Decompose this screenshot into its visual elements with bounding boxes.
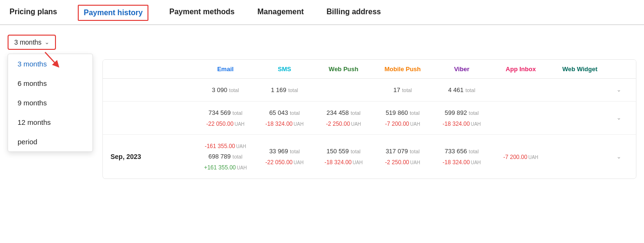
cell-viber-3: 733 656 total -18 324.00UAH (432, 146, 491, 167)
dropdown-option-12months[interactable]: 12 months (8, 112, 92, 132)
dropdown-option-9months[interactable]: 9 months (8, 93, 92, 112)
col-header-viber: Viber (432, 65, 491, 73)
table-row: 3 090 total 1 169 total 17 total 4 461 t… (103, 79, 636, 102)
dropdown-option-period[interactable]: period (8, 132, 92, 151)
cell-webpush-2: 234 458 total -2 250.00UAH (314, 107, 373, 129)
dropdown-selected-label: 3 months (14, 38, 42, 46)
cell-email-2: 734 569 total -22 050.00UAH (196, 107, 255, 129)
tab-billing-address[interactable]: Billing address (325, 0, 383, 25)
col-header-email: Email (196, 65, 255, 73)
expand-row-2-button[interactable]: ⌄ (609, 114, 628, 121)
col-header-appinbox: App Inbox (491, 65, 551, 73)
cell-email-3: -161 355.00UAH 698 789 total +161 355.00… (196, 140, 255, 173)
tab-payment-methods[interactable]: Payment methods (167, 0, 237, 25)
col-header-expand (609, 65, 628, 73)
svg-line-1 (45, 52, 57, 65)
cell-sms-3: 33 969 total -22 050.00UAH (255, 146, 314, 167)
col-header-sms: SMS (255, 65, 314, 73)
col-header-mobilepush: Mobile Push (373, 65, 432, 73)
cell-viber-1: 4 461 total (432, 84, 491, 95)
table-row: Sep, 2023 -161 355.00UAH 698 789 total +… (103, 135, 636, 178)
dropdown-option-6months[interactable]: 6 months (8, 74, 92, 93)
cell-mobilepush-2: 519 860 total -7 200.00UAH (373, 107, 432, 129)
expand-row-1-button[interactable]: ⌄ (609, 86, 628, 93)
table-row: 734 569 total -22 050.00UAH 65 043 total… (103, 102, 636, 135)
cell-appinbox-3: -7 200.00UAH (491, 151, 551, 162)
expand-row-3-button[interactable]: ⌄ (609, 153, 628, 160)
cell-mobilepush-1: 17 total (373, 84, 432, 95)
cell-email-1: 3 090 total (196, 84, 255, 95)
cell-sms-2: 65 043 total -18 324.00UAH (255, 107, 314, 129)
tab-pricing-plans[interactable]: Pricing plans (8, 0, 59, 25)
col-header-webpush: Web Push (314, 65, 373, 73)
navigation-tabs: Pricing plans Payment history Payment me… (0, 0, 644, 25)
row-label-sep2023: Sep, 2023 (110, 153, 196, 160)
cell-sms-1: 1 169 total (255, 84, 314, 95)
col-header-label (110, 65, 196, 73)
payment-history-table: Email SMS Web Push Mobile Push Viber App… (102, 59, 636, 179)
cell-viber-2: 599 892 total -18 324.00UAH (432, 107, 491, 129)
cell-webpush-3: 150 559 total -18 324.00UAH (314, 146, 373, 167)
tab-management[interactable]: Management (256, 0, 306, 25)
arrow-indicator (43, 50, 62, 70)
cell-mobilepush-3: 317 079 total -2 250.00UAH (373, 146, 432, 167)
content-area: 3 months ⌄ 3 months 6 months 9 months 12… (0, 25, 644, 188)
col-header-webwidget: Web Widget (550, 65, 609, 73)
table-header-row: Email SMS Web Push Mobile Push Viber App… (103, 60, 636, 79)
period-dropdown-button[interactable]: 3 months ⌄ (8, 35, 56, 50)
tab-payment-history[interactable]: Payment history (78, 5, 148, 21)
chevron-down-icon: ⌄ (45, 39, 49, 46)
